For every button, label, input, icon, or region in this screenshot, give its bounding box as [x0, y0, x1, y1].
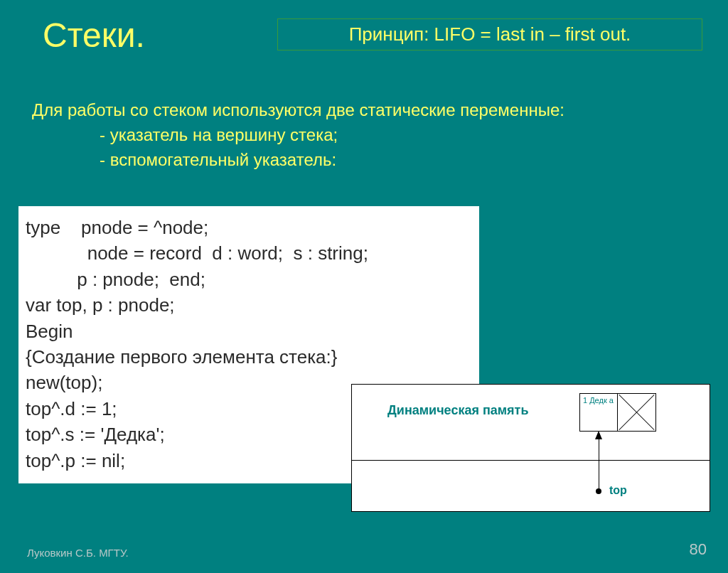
node-data: 1 Дедк а — [580, 394, 618, 431]
pointer-dot-icon — [596, 488, 601, 494]
memory-diagram: Динамическая память 1 Дедк а top — [351, 384, 710, 512]
intro-line-3: - вспомогательный указатель: — [32, 148, 564, 173]
intro-text: Для работы со стеком используются две ст… — [32, 98, 564, 172]
principle-box: Принцип: LIFO = last in – first out. — [277, 18, 702, 50]
stack-node: 1 Дедк а — [579, 393, 656, 432]
node-nil-icon — [618, 394, 655, 431]
memory-label: Динамическая память — [387, 402, 529, 419]
page-number: 80 — [690, 540, 707, 559]
top-pointer-label: top — [609, 484, 627, 497]
pointer-arrow-icon — [599, 432, 599, 491]
divider-line — [352, 460, 710, 461]
intro-line-2: - указатель на вершину стека; — [32, 123, 564, 148]
slide-title: Стеки. — [43, 16, 145, 55]
intro-line-1: Для работы со стеком используются две ст… — [32, 98, 564, 123]
footer-author: Луковкин С.Б. МГТУ. — [27, 547, 129, 559]
slide-footer: Луковкин С.Б. МГТУ. 80 — [27, 540, 707, 559]
